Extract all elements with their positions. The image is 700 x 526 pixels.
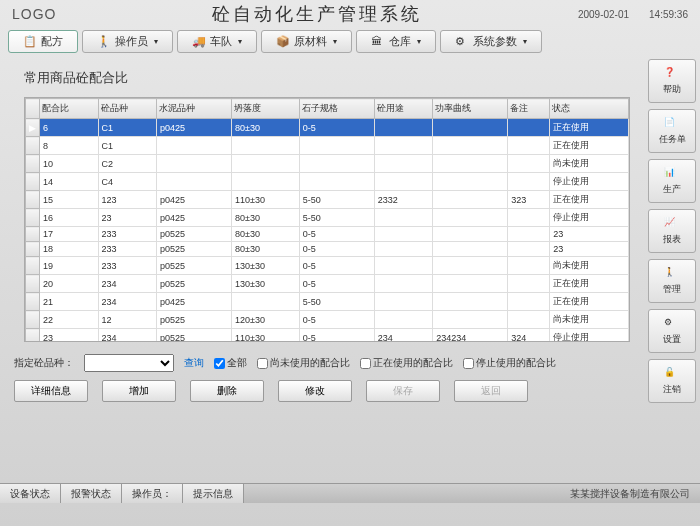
cell[interactable] <box>232 155 300 173</box>
cell[interactable]: 5-50 <box>299 191 374 209</box>
cell[interactable] <box>508 137 550 155</box>
cell[interactable]: 23 <box>40 329 99 343</box>
cell[interactable]: p0525 <box>157 257 232 275</box>
cell[interactable] <box>374 227 433 242</box>
cell[interactable] <box>508 293 550 311</box>
cell[interactable] <box>374 257 433 275</box>
cell[interactable]: 233 <box>98 257 157 275</box>
cell[interactable]: C1 <box>98 119 157 137</box>
back-button[interactable]: 返回 <box>454 380 528 402</box>
col-header[interactable]: 功率曲线 <box>433 99 508 119</box>
table-row[interactable]: ▶6C1p042580±300-5正在使用 <box>26 119 629 137</box>
cell[interactable]: 80±30 <box>232 209 300 227</box>
cell[interactable]: 110±30 <box>232 191 300 209</box>
cell[interactable]: p0525 <box>157 329 232 343</box>
cell[interactable]: 19 <box>40 257 99 275</box>
col-header[interactable]: 状态 <box>550 99 629 119</box>
cell[interactable]: 正在使用 <box>550 137 629 155</box>
cell[interactable] <box>157 173 232 191</box>
cell[interactable] <box>508 209 550 227</box>
cell[interactable]: C1 <box>98 137 157 155</box>
cell[interactable] <box>232 137 300 155</box>
query-link[interactable]: 查询 <box>184 356 204 370</box>
cell[interactable] <box>433 242 508 257</box>
cell[interactable] <box>374 293 433 311</box>
cell[interactable]: p0525 <box>157 275 232 293</box>
cell[interactable]: 0-5 <box>299 257 374 275</box>
cell[interactable]: 23 <box>550 242 629 257</box>
filter-unused[interactable]: 尚未使用的配合比 <box>257 356 350 370</box>
col-header[interactable]: 砼品种 <box>98 99 157 119</box>
cell[interactable]: 正在使用 <box>550 119 629 137</box>
cell[interactable]: p0425 <box>157 293 232 311</box>
table-row[interactable]: 8C1正在使用 <box>26 137 629 155</box>
table-row[interactable]: 23234p0525110±300-5234234234324停止使用 <box>26 329 629 343</box>
cell[interactable] <box>508 257 550 275</box>
table-row[interactable]: 2212p0525120±300-5尚未使用 <box>26 311 629 329</box>
cell[interactable] <box>299 155 374 173</box>
table-row[interactable]: 14C4停止使用 <box>26 173 629 191</box>
cell[interactable] <box>433 155 508 173</box>
cell[interactable]: 233 <box>98 242 157 257</box>
status-device[interactable]: 设备状态 <box>0 484 61 503</box>
cell[interactable]: 6 <box>40 119 99 137</box>
col-header[interactable]: 石子规格 <box>299 99 374 119</box>
cell[interactable] <box>232 293 300 311</box>
cell[interactable]: p0525 <box>157 242 232 257</box>
cell[interactable]: C4 <box>98 173 157 191</box>
edit-button[interactable]: 修改 <box>278 380 352 402</box>
sidebar-任务单[interactable]: 📄任务单 <box>648 109 696 153</box>
cell[interactable]: 正在使用 <box>550 275 629 293</box>
cell[interactable] <box>374 242 433 257</box>
cell[interactable] <box>508 242 550 257</box>
cell[interactable] <box>299 173 374 191</box>
cell[interactable]: 10 <box>40 155 99 173</box>
cell[interactable]: C2 <box>98 155 157 173</box>
cell[interactable] <box>374 119 433 137</box>
cell[interactable]: 17 <box>40 227 99 242</box>
tab-4[interactable]: 🏛仓库▾ <box>356 30 436 53</box>
tab-0[interactable]: 📋配方 <box>8 30 78 53</box>
col-header[interactable]: 备注 <box>508 99 550 119</box>
tab-2[interactable]: 🚚车队▾ <box>177 30 257 53</box>
cell[interactable] <box>374 137 433 155</box>
cell[interactable] <box>374 275 433 293</box>
sidebar-设置[interactable]: ⚙设置 <box>648 309 696 353</box>
cell[interactable]: 80±30 <box>232 242 300 257</box>
tab-1[interactable]: 🚶操作员▾ <box>82 30 173 53</box>
cell[interactable] <box>374 155 433 173</box>
cell[interactable] <box>157 137 232 155</box>
cell[interactable] <box>232 173 300 191</box>
cell[interactable] <box>433 275 508 293</box>
sidebar-注销[interactable]: 🔓注销 <box>648 359 696 403</box>
cell[interactable]: 0-5 <box>299 311 374 329</box>
sidebar-生产[interactable]: 📊生产 <box>648 159 696 203</box>
cell[interactable]: 12 <box>98 311 157 329</box>
cell[interactable] <box>433 257 508 275</box>
cell[interactable]: 停止使用 <box>550 173 629 191</box>
cell[interactable]: p0525 <box>157 227 232 242</box>
cell[interactable]: 5-50 <box>299 209 374 227</box>
table-row[interactable]: 15123p0425110±305-502332323正在使用 <box>26 191 629 209</box>
save-button[interactable]: 保存 <box>366 380 440 402</box>
cell[interactable] <box>508 275 550 293</box>
cell[interactable] <box>433 227 508 242</box>
detail-button[interactable]: 详细信息 <box>14 380 88 402</box>
cell[interactable]: 停止使用 <box>550 329 629 343</box>
col-header[interactable]: 配合比 <box>40 99 99 119</box>
cell[interactable]: 8 <box>40 137 99 155</box>
cell[interactable] <box>157 155 232 173</box>
cell[interactable]: 21 <box>40 293 99 311</box>
species-select[interactable] <box>84 354 174 372</box>
cell[interactable]: 80±30 <box>232 119 300 137</box>
cell[interactable]: p0425 <box>157 119 232 137</box>
tab-5[interactable]: ⚙系统参数▾ <box>440 30 542 53</box>
cell[interactable]: 0-5 <box>299 275 374 293</box>
cell[interactable]: 234234 <box>433 329 508 343</box>
cell[interactable] <box>508 119 550 137</box>
cell[interactable]: p0425 <box>157 191 232 209</box>
cell[interactable]: 23 <box>98 209 157 227</box>
cell[interactable]: 0-5 <box>299 227 374 242</box>
table-row[interactable]: 21234p04255-50正在使用 <box>26 293 629 311</box>
cell[interactable]: 0-5 <box>299 242 374 257</box>
